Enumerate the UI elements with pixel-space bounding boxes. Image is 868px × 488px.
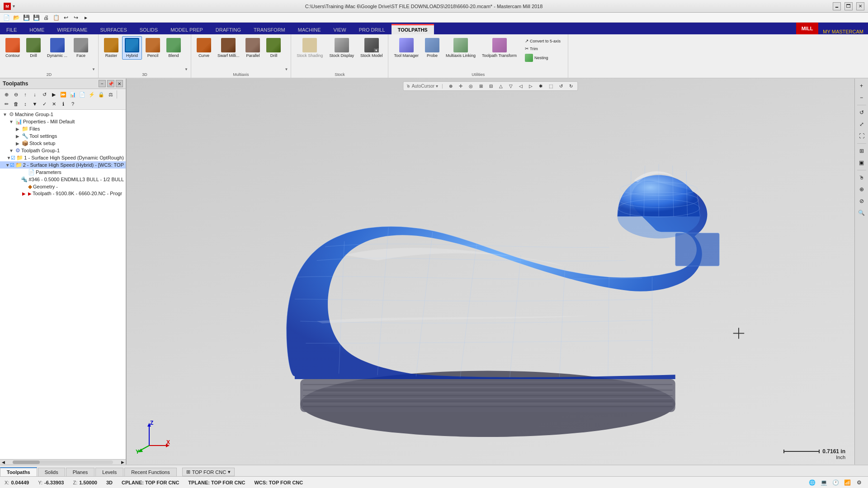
cplane-dropdown[interactable]: ▾ bbox=[228, 469, 231, 475]
tab-levels-bottom[interactable]: Levels bbox=[95, 468, 123, 476]
trim-button[interactable]: ✂ Trim bbox=[523, 46, 562, 52]
pt-select-all[interactable]: ⊕ bbox=[2, 90, 11, 99]
pt-checkmark[interactable]: ✓ bbox=[40, 99, 49, 108]
tree-parameters[interactable]: 📄 Parameters bbox=[0, 169, 126, 176]
scroll-right[interactable]: ▶ bbox=[119, 460, 126, 465]
drill-button[interactable]: Drill bbox=[24, 36, 43, 60]
mastercam-link[interactable]: MY MASTERCAM bbox=[818, 29, 868, 34]
probe-button[interactable]: Probe bbox=[422, 36, 442, 60]
tab-solids-bottom[interactable]: Solids bbox=[38, 468, 65, 476]
tab-wireframe[interactable]: WIREFRAME bbox=[51, 25, 94, 34]
tab-planes-bottom[interactable]: Planes bbox=[66, 468, 95, 476]
tab-toolpaths-bottom[interactable]: Toolpaths bbox=[0, 467, 37, 476]
pt-lock[interactable]: 🔒 bbox=[97, 90, 106, 99]
tab-model-prep[interactable]: MODEL PREP bbox=[164, 25, 209, 34]
tree-files[interactable]: ▶ 📁 Files bbox=[0, 125, 126, 132]
expand-properties[interactable]: ▼ bbox=[8, 119, 14, 124]
toolpath-transform-button[interactable]: Toolpath Transform bbox=[479, 36, 519, 60]
minimize-button[interactable]: 🗕 bbox=[833, 2, 841, 10]
save-as-button[interactable]: 💾 bbox=[32, 13, 41, 22]
tree-geometry[interactable]: ◆ Geometry - bbox=[0, 183, 126, 190]
tab-toolpaths[interactable]: TOOLPATHS bbox=[392, 24, 434, 34]
pt-backplot[interactable]: 📊 bbox=[68, 90, 77, 99]
pt-move[interactable]: ↕ bbox=[21, 99, 30, 108]
tab-home[interactable]: HOME bbox=[23, 25, 51, 34]
scroll-thumb[interactable] bbox=[13, 460, 40, 464]
tree-properties[interactable]: ▼ 📊 Properties - Mill Default bbox=[0, 118, 126, 125]
undo-button[interactable]: ↩ bbox=[61, 13, 71, 22]
tab-recent-bottom[interactable]: Recent Functions bbox=[124, 468, 177, 476]
tree-stock-setup[interactable]: ▶ 📦 Stock setup bbox=[0, 140, 126, 147]
swarf-button[interactable]: Swarf Milli... bbox=[215, 36, 242, 60]
tp2-check[interactable]: ☑ bbox=[10, 162, 14, 168]
face-button[interactable]: Face bbox=[71, 36, 91, 60]
save-button[interactable]: 💾 bbox=[22, 13, 31, 22]
expand-nc[interactable]: ▶ bbox=[21, 191, 27, 196]
close-button[interactable]: ✕ bbox=[856, 2, 864, 10]
scroll-track[interactable] bbox=[13, 460, 113, 464]
new-button[interactable]: 📄 bbox=[2, 13, 11, 22]
tab-drafting[interactable]: DRAFTING bbox=[209, 25, 247, 34]
qa-extra2[interactable]: ▸ bbox=[81, 13, 90, 22]
rp-search[interactable]: 🔍 bbox=[856, 207, 867, 218]
rp-zoom-in[interactable]: + bbox=[856, 80, 867, 91]
cplane-indicator[interactable]: ⊞ TOP FOR CNC ▾ bbox=[182, 468, 235, 476]
pt-delete[interactable]: 🗑 bbox=[11, 99, 20, 108]
multiaxis-linking-button[interactable]: Multiaxis Linking bbox=[443, 36, 478, 60]
tool-manager-button[interactable]: Tool Manager bbox=[391, 36, 421, 60]
3d-expand[interactable]: ▼ bbox=[184, 67, 188, 71]
rp-remove[interactable]: ⊘ bbox=[856, 196, 867, 206]
convert5axis-button[interactable]: ↗ Convert to 5-axis bbox=[523, 38, 562, 44]
status-computer[interactable]: 💻 bbox=[819, 478, 828, 487]
status-network[interactable]: 📶 bbox=[843, 478, 852, 487]
raster-button[interactable]: Raster bbox=[101, 36, 121, 60]
qa-extra1[interactable]: 📋 bbox=[52, 13, 61, 22]
rp-zoom-out[interactable]: − bbox=[856, 92, 867, 103]
restore-button[interactable]: 🗖 bbox=[844, 2, 853, 10]
expand-toolpath-group[interactable]: ▼ bbox=[8, 148, 14, 153]
pt-simulate[interactable]: ⏩ bbox=[59, 90, 68, 99]
pt-up[interactable]: ↑ bbox=[21, 90, 30, 99]
stock-model-button[interactable]: ▼ Stock Model bbox=[358, 36, 386, 60]
tab-file[interactable]: FILE bbox=[0, 25, 23, 34]
pt-compare[interactable]: ⚖ bbox=[106, 90, 115, 99]
pt-postprocess[interactable]: 📄 bbox=[78, 90, 87, 99]
expand-files[interactable]: ▶ bbox=[14, 127, 21, 131]
rp-mouse[interactable]: 🖱 bbox=[856, 172, 867, 183]
tree-tool-settings[interactable]: ▶ 🔧 Tool settings bbox=[0, 132, 126, 140]
rp-add[interactable]: ⊕ bbox=[856, 184, 867, 195]
tab-transform[interactable]: TRANSFORM bbox=[247, 25, 292, 34]
pt-help[interactable]: ? bbox=[68, 99, 77, 108]
tree-toolpath-1[interactable]: ▼ ☑ 📁 1 - Surface High Speed (Dynamic Op… bbox=[0, 154, 126, 161]
expand-tp2[interactable]: ▼ bbox=[5, 163, 10, 168]
tab-view[interactable]: VIEW bbox=[327, 25, 353, 34]
viewport[interactable]: 🖱 AutoCursor ▾ | ⊕ ✛ ◎ ⊞ ⊟ △ ▽ ◁ ▷ ✱ ⬚ ↺… bbox=[127, 79, 854, 465]
tree-toolpath-2[interactable]: ▼ ☑ 📁 2 - Surface High Speed (Hybrid) - … bbox=[0, 161, 126, 169]
pencil-button[interactable]: Pencil bbox=[143, 36, 163, 60]
nesting-button[interactable]: Nesting bbox=[523, 53, 562, 62]
rp-fit[interactable]: ⤢ bbox=[856, 119, 867, 130]
print-button[interactable]: 🖨 bbox=[42, 13, 51, 22]
2d-expand[interactable]: ▼ bbox=[92, 67, 95, 71]
panel-pin-button[interactable]: 📌 bbox=[107, 80, 114, 87]
pt-regen[interactable]: ↺ bbox=[40, 90, 49, 99]
contour-button[interactable]: Contour bbox=[3, 36, 23, 60]
tree-toolpath-group[interactable]: ▼ ⚙ Toolpath Group-1 bbox=[0, 147, 126, 154]
tab-machine[interactable]: MACHINE bbox=[292, 25, 327, 34]
rp-view[interactable]: ⛶ bbox=[856, 131, 867, 141]
status-clock[interactable]: 🕐 bbox=[831, 478, 840, 487]
redo-button[interactable]: ↪ bbox=[71, 13, 80, 22]
tp1-check[interactable]: ☑ bbox=[11, 155, 15, 161]
open-button[interactable]: 📂 bbox=[12, 13, 21, 22]
status-settings[interactable]: ⚙ bbox=[854, 478, 863, 487]
hybrid-button[interactable]: Hybrid bbox=[122, 36, 142, 60]
tab-solids[interactable]: SOLIDS bbox=[133, 25, 164, 34]
scroll-left[interactable]: ◀ bbox=[0, 460, 6, 465]
rp-display[interactable]: ▣ bbox=[856, 157, 867, 168]
drill-multiaxis-button[interactable]: Drill bbox=[264, 36, 283, 60]
curve-button[interactable]: Curve bbox=[194, 36, 214, 60]
tree-toolpath-nc[interactable]: ▶ ▶ Toolpath - 9100.8K - 6660-20.NC - Pr… bbox=[0, 190, 126, 197]
stock-display-button[interactable]: Stock Display bbox=[326, 36, 357, 60]
pt-filter[interactable]: ▼ bbox=[30, 99, 39, 108]
rp-rotate[interactable]: ↺ bbox=[856, 107, 867, 118]
